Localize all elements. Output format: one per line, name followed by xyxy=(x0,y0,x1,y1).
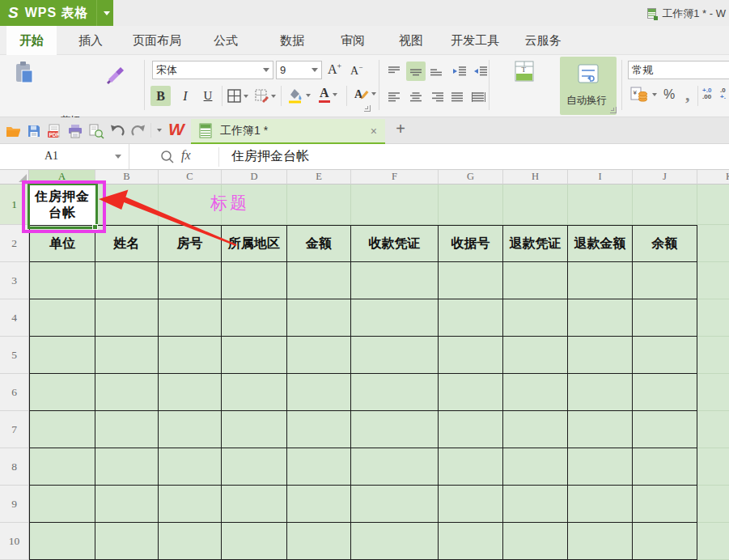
alignment-settings-expander[interactable] xyxy=(610,107,617,113)
cell-E9[interactable] xyxy=(287,486,351,523)
font-size-select[interactable]: 9 xyxy=(276,61,322,79)
menu-tab-4[interactable]: 公式 xyxy=(199,26,252,55)
cell-C6[interactable] xyxy=(159,374,222,411)
cell-H1[interactable] xyxy=(503,185,568,225)
cell-F1[interactable] xyxy=(351,185,439,225)
cell-E4[interactable] xyxy=(287,299,351,337)
cell-I2[interactable]: 退款金额 xyxy=(568,225,633,262)
cell-K3[interactable] xyxy=(697,262,729,299)
wps-w-logo[interactable]: W xyxy=(168,120,184,139)
menu-tab-1[interactable]: 开始 xyxy=(6,26,57,55)
insert-function-button[interactable]: fx xyxy=(181,148,191,163)
fill-color-button[interactable] xyxy=(287,87,311,104)
cell-G5[interactable] xyxy=(439,337,503,374)
cell-H8[interactable] xyxy=(503,448,568,486)
cell-K9[interactable] xyxy=(697,486,729,523)
cell-E1[interactable] xyxy=(287,185,351,225)
cell-G6[interactable] xyxy=(439,374,503,411)
decrease-indent-button[interactable] xyxy=(450,62,469,81)
increase-decimal-button[interactable]: +.0.00 xyxy=(702,87,711,100)
cell-H7[interactable] xyxy=(503,411,568,448)
chevron-down-icon[interactable] xyxy=(306,94,311,97)
cell-F10[interactable] xyxy=(351,523,439,560)
cell-I3[interactable] xyxy=(568,262,633,299)
column-header-F[interactable]: F xyxy=(351,170,439,185)
column-header-C[interactable]: C xyxy=(159,170,222,185)
cell-A3[interactable] xyxy=(29,262,95,299)
cell-K2[interactable] xyxy=(697,225,729,262)
undo-icon[interactable] xyxy=(108,122,126,140)
column-header-D[interactable]: D xyxy=(222,170,287,185)
cell-G3[interactable] xyxy=(439,262,503,299)
cell-G4[interactable] xyxy=(439,299,503,337)
currency-format-button[interactable]: ¥ xyxy=(629,86,657,104)
print-preview-icon[interactable] xyxy=(87,122,105,140)
borders-button[interactable] xyxy=(227,89,248,103)
cell-E6[interactable] xyxy=(287,374,351,411)
number-format-select[interactable]: 常规 xyxy=(628,61,729,79)
menu-tab-3[interactable]: 页面布局 xyxy=(120,26,194,55)
cell-I8[interactable] xyxy=(568,448,633,486)
cell-C3[interactable] xyxy=(159,262,222,299)
cell-G1[interactable] xyxy=(439,185,503,225)
column-header-H[interactable]: H xyxy=(503,170,568,185)
cell-K10[interactable] xyxy=(697,523,729,560)
cell-D6[interactable] xyxy=(222,374,287,411)
column-header-B[interactable]: B xyxy=(95,170,159,185)
cell-F2[interactable]: 收款凭证 xyxy=(351,225,439,262)
cell-I4[interactable] xyxy=(568,299,633,337)
chevron-down-icon[interactable] xyxy=(652,93,657,96)
menu-tab-6[interactable]: 审阅 xyxy=(326,26,379,55)
cell-A4[interactable] xyxy=(29,299,95,337)
row-header-2[interactable]: 2 xyxy=(0,225,29,262)
cell-H5[interactable] xyxy=(503,337,568,374)
chevron-down-icon[interactable] xyxy=(115,155,121,159)
cell-E2[interactable]: 金额 xyxy=(287,225,351,262)
save-icon[interactable] xyxy=(25,122,43,140)
column-header-J[interactable]: J xyxy=(633,170,697,185)
grow-font-button[interactable]: A+ xyxy=(328,62,341,77)
close-tab-icon[interactable]: × xyxy=(371,125,377,138)
draw-border-button[interactable] xyxy=(255,89,276,103)
font-settings-expander[interactable] xyxy=(364,105,371,112)
align-bottom-button[interactable] xyxy=(427,62,447,81)
cell-J3[interactable] xyxy=(633,262,697,299)
print-icon[interactable] xyxy=(66,122,84,140)
cell-J9[interactable] xyxy=(633,486,697,523)
underline-button[interactable]: U xyxy=(199,86,217,106)
cell-B8[interactable] xyxy=(95,448,159,486)
cell-C4[interactable] xyxy=(159,299,222,337)
cell-H10[interactable] xyxy=(503,523,568,560)
font-name-select[interactable]: 宋体 xyxy=(152,61,273,79)
column-header-I[interactable]: I xyxy=(568,170,633,185)
cell-F6[interactable] xyxy=(351,374,439,411)
cell-J7[interactable] xyxy=(633,411,697,448)
cell-I7[interactable] xyxy=(568,411,633,448)
menu-tab-2[interactable]: 插入 xyxy=(66,26,115,55)
cell-H2[interactable]: 退款凭证 xyxy=(503,225,568,262)
cell-K4[interactable] xyxy=(697,299,729,337)
paste-icon[interactable] xyxy=(10,60,39,86)
cell-A1[interactable]: 住房押金台帐 xyxy=(29,185,95,225)
justify-button[interactable] xyxy=(448,87,468,107)
align-middle-button[interactable] xyxy=(406,62,426,81)
cell-B7[interactable] xyxy=(95,411,159,448)
quickbar-chevron-icon[interactable] xyxy=(157,129,162,132)
align-left-button[interactable] xyxy=(385,87,405,107)
chevron-down-icon[interactable] xyxy=(333,93,337,96)
cell-D5[interactable] xyxy=(222,337,287,374)
chevron-down-icon[interactable] xyxy=(263,68,269,72)
cell-E5[interactable] xyxy=(287,337,351,374)
cell-F8[interactable] xyxy=(351,448,439,486)
cell-B9[interactable] xyxy=(95,486,159,523)
cell-E7[interactable] xyxy=(287,411,351,448)
cell-E10[interactable] xyxy=(287,523,351,560)
column-header-K[interactable]: K xyxy=(697,170,729,185)
cell-C2[interactable]: 房号 xyxy=(159,225,222,262)
cell-H4[interactable] xyxy=(503,299,568,337)
row-header-3[interactable]: 3 xyxy=(0,262,29,299)
cell-F3[interactable] xyxy=(351,262,439,299)
select-all-corner[interactable] xyxy=(0,170,29,185)
cell-B2[interactable]: 姓名 xyxy=(95,225,159,262)
row-header-5[interactable]: 5 xyxy=(0,337,29,374)
